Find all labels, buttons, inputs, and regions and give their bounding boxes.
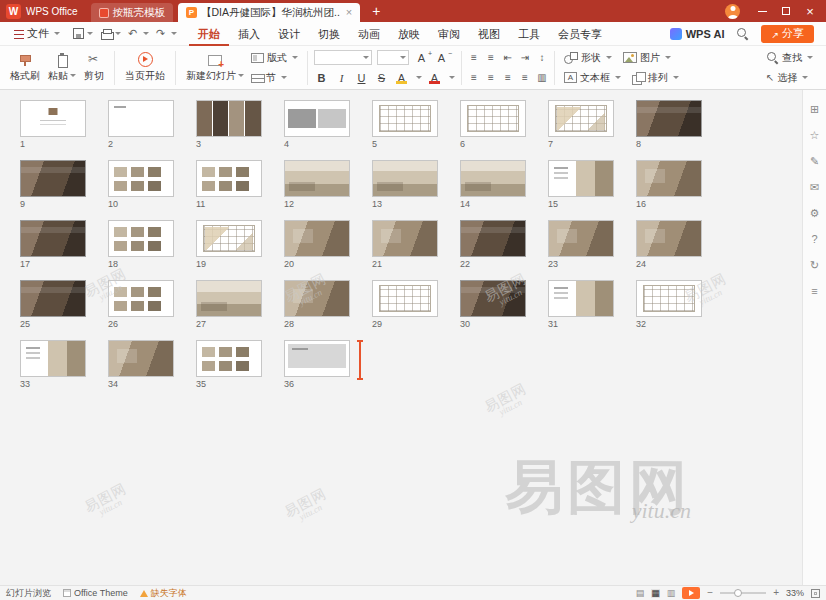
chevron-down-icon[interactable] [416, 76, 422, 79]
slide-28[interactable]: 28 [284, 280, 350, 329]
insertion-cursor[interactable] [359, 341, 361, 379]
new-slide-button[interactable]: 新建幻灯片 [182, 51, 248, 85]
search-icon[interactable] [736, 27, 749, 40]
slide-4[interactable]: 4 [284, 100, 350, 149]
fit-to-window-icon[interactable] [811, 589, 820, 598]
theme-button[interactable]: Office Theme [63, 588, 128, 598]
layout-button[interactable]: 版式 [248, 49, 301, 66]
slide-thumbnail-17[interactable] [20, 220, 86, 257]
tab-close-icon[interactable]: × [346, 7, 352, 18]
slide-thumbnail-10[interactable] [108, 160, 174, 197]
slide-thumbnail-32[interactable] [636, 280, 702, 317]
increase-font-button[interactable]: A [414, 52, 429, 64]
cut-button[interactable]: 剪切 [80, 51, 108, 85]
redo-button[interactable] [156, 27, 177, 40]
slide-thumbnail-13[interactable] [372, 160, 438, 197]
zoom-slider[interactable] [720, 592, 766, 594]
menu-tab-插入[interactable]: 插入 [229, 22, 269, 46]
strikethrough-button[interactable]: S [374, 72, 389, 84]
slide-6[interactable]: 6 [460, 100, 526, 149]
format-painter-button[interactable]: 格式刷 [6, 51, 44, 85]
font-size-select[interactable] [377, 50, 409, 65]
file-menu-button[interactable]: 文件 [8, 26, 66, 41]
slide-11[interactable]: 11 [196, 160, 262, 209]
slide-36[interactable]: 36 [284, 340, 350, 389]
slide-7[interactable]: 7 [548, 100, 614, 149]
italic-button[interactable]: I [334, 72, 349, 84]
slide-25[interactable]: 25 [20, 280, 86, 329]
mail-icon[interactable]: ✉ [810, 182, 819, 193]
paste-button[interactable]: 粘贴 [44, 51, 80, 85]
zoom-slider-thumb[interactable] [734, 589, 742, 597]
slide-30[interactable]: 30 [460, 280, 526, 329]
slide-thumbnail-23[interactable] [548, 220, 614, 257]
slide-thumbnail-31[interactable] [548, 280, 614, 317]
slide-33[interactable]: 33 [20, 340, 86, 389]
slide-thumbnail-25[interactable] [20, 280, 86, 317]
panel-toggle-icon[interactable]: ⊞ [810, 104, 819, 115]
slide-thumbnail-18[interactable] [108, 220, 174, 257]
slide-thumbnail-30[interactable] [460, 280, 526, 317]
slide-thumbnail-8[interactable] [636, 100, 702, 137]
slide-22[interactable]: 22 [460, 220, 526, 269]
zoom-level[interactable]: 33% [786, 588, 804, 598]
slide-thumbnail-19[interactable] [196, 220, 262, 257]
maximize-button[interactable] [776, 0, 796, 22]
slide-26[interactable]: 26 [108, 280, 174, 329]
slide-thumbnail-1[interactable] [20, 100, 86, 137]
textbox-button[interactable]: 文本框 [561, 69, 624, 86]
share-button[interactable]: 分享 [761, 25, 814, 43]
highlight-color-button[interactable]: A [394, 72, 409, 84]
menu-tab-审阅[interactable]: 审阅 [429, 22, 469, 46]
menu-tab-开始[interactable]: 开始 [189, 22, 229, 46]
slide-thumbnail-20[interactable] [284, 220, 350, 257]
slide-20[interactable]: 20 [284, 220, 350, 269]
zoom-in-button[interactable]: + [773, 588, 779, 598]
slide-14[interactable]: 14 [460, 160, 526, 209]
slide-thumbnail-26[interactable] [108, 280, 174, 317]
slide-23[interactable]: 23 [548, 220, 614, 269]
zoom-out-button[interactable]: − [707, 588, 713, 598]
slide-thumbnail-5[interactable] [372, 100, 438, 137]
edit-icon[interactable]: ✎ [810, 156, 819, 167]
slide-16[interactable]: 16 [636, 160, 702, 209]
arrange-button[interactable]: 排列 [629, 69, 682, 86]
menu-tab-放映[interactable]: 放映 [389, 22, 429, 46]
indent-icon[interactable] [519, 52, 531, 63]
slide-9[interactable]: 9 [20, 160, 86, 209]
bold-button[interactable]: B [314, 72, 329, 84]
slide-18[interactable]: 18 [108, 220, 174, 269]
slide-8[interactable]: 8 [636, 100, 702, 149]
slide-thumbnail-21[interactable] [372, 220, 438, 257]
find-button[interactable]: 查找 [763, 49, 816, 66]
help-icon[interactable]: ? [811, 234, 817, 245]
slide-thumbnail-11[interactable] [196, 160, 262, 197]
slide-thumbnail-7[interactable] [548, 100, 614, 137]
menu-tab-会员专享[interactable]: 会员专享 [549, 22, 611, 46]
print-button[interactable] [100, 27, 121, 40]
slide-thumbnail-36[interactable] [284, 340, 350, 377]
menu-tab-设计[interactable]: 设计 [269, 22, 309, 46]
save-button[interactable] [72, 27, 93, 40]
wps-ai-button[interactable]: WPS AI [670, 28, 725, 40]
missing-font-warning[interactable]: 缺失字体 [140, 587, 187, 600]
new-tab-button[interactable]: + [372, 4, 380, 18]
slide-15[interactable]: 15 [548, 160, 614, 209]
refresh-icon[interactable]: ↻ [810, 260, 819, 271]
slide-35[interactable]: 35 [196, 340, 262, 389]
slide-thumbnail-15[interactable] [548, 160, 614, 197]
font-name-select[interactable] [314, 50, 372, 65]
slide-sorter-view-button[interactable] [651, 589, 660, 598]
align-left-icon[interactable] [468, 72, 480, 83]
slide-thumbnail-34[interactable] [108, 340, 174, 377]
slide-3[interactable]: 3 [196, 100, 262, 149]
slide-sorter-canvas[interactable]: 1234567891011121314151617181920212223242… [0, 90, 802, 585]
slide-10[interactable]: 10 [108, 160, 174, 209]
normal-view-button[interactable] [636, 589, 645, 598]
favorites-icon[interactable]: ☆ [810, 130, 820, 141]
slide-thumbnail-29[interactable] [372, 280, 438, 317]
outdent-icon[interactable] [502, 52, 514, 63]
shapes-button[interactable]: 形状 [561, 49, 615, 66]
slide-29[interactable]: 29 [372, 280, 438, 329]
apps-icon[interactable]: ≡ [811, 286, 817, 297]
